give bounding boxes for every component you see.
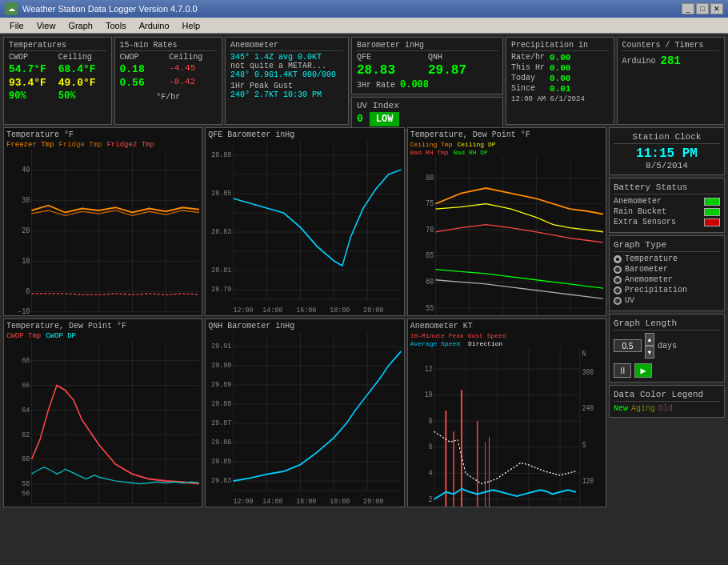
svg-text:28.85: 28.85 <box>212 189 232 198</box>
clock-date: 8/5/2014 <box>614 161 720 170</box>
precipitation-box: Precipitation in Rate/hr 0.00 This Hr 0.… <box>506 37 614 125</box>
right-panel: Station Clock 11:15 PM 8/5/2014 Battery … <box>609 127 725 507</box>
temperature-chart-title: Temperature °F <box>6 130 199 139</box>
svg-text:56: 56 <box>22 489 30 499</box>
graph-length-input[interactable] <box>614 339 642 352</box>
svg-text:10: 10 <box>425 390 432 399</box>
extra-sensors-battery-row: Extra Sensors <box>614 218 720 226</box>
clock-time: 11:15 PM <box>614 146 720 161</box>
menu-graph[interactable]: Graph <box>62 19 99 32</box>
temp-dewpoint-chart-1: Temperature, Dew Point °F Ceiling Tmp Ce… <box>407 127 606 316</box>
svg-text:29.90: 29.90 <box>212 361 232 371</box>
svg-text:28.83: 28.83 <box>212 227 232 237</box>
svg-text:70: 70 <box>426 225 434 234</box>
svg-text:50: 50 <box>426 314 434 316</box>
graph-length-up[interactable]: ▲ <box>645 333 654 346</box>
svg-text:240: 240 <box>582 403 593 413</box>
svg-text:64: 64 <box>22 405 30 415</box>
graph-type-box: Graph Type Temperature Barometer Anemome… <box>609 235 725 311</box>
app-icon: ☁ <box>5 2 18 15</box>
svg-text:29.89: 29.89 <box>212 380 232 390</box>
svg-text:60: 60 <box>22 455 30 464</box>
svg-text:16:00: 16:00 <box>296 496 316 506</box>
menu-help[interactable]: Help <box>176 19 207 32</box>
radio-barometer[interactable] <box>614 266 622 274</box>
anemometer-battery-row: Anemometer <box>614 197 720 206</box>
graph-length-down[interactable]: ▼ <box>645 346 654 359</box>
radio-temperature[interactable] <box>614 255 622 263</box>
svg-text:20:00: 20:00 <box>363 305 383 315</box>
minimize-button[interactable]: _ <box>682 3 694 14</box>
svg-text:12:00: 12:00 <box>234 496 254 506</box>
svg-text:4: 4 <box>429 468 433 478</box>
graph-type-barometer[interactable]: Barometer <box>614 265 720 274</box>
maximize-button[interactable]: □ <box>696 3 709 14</box>
barometer-title: Barometer inHg <box>357 41 498 51</box>
radio-anemometer[interactable] <box>614 276 622 284</box>
temp-dewpoint-chart-2: Temperature, Dew Point °F CWOP Tmp CWOP … <box>3 319 202 507</box>
menu-file[interactable]: File <box>3 19 30 32</box>
svg-text:75: 75 <box>426 198 434 208</box>
window-controls[interactable]: _ □ ✕ <box>682 3 723 14</box>
svg-text:58: 58 <box>22 479 30 489</box>
pause-button[interactable]: ⏸ <box>614 363 631 378</box>
svg-text:28.88: 28.88 <box>212 150 232 160</box>
graph-type-uv[interactable]: UV <box>614 296 720 305</box>
svg-text:N: N <box>582 349 586 359</box>
counters-title: Counters / Timers <box>622 41 720 51</box>
svg-text:8: 8 <box>429 416 433 426</box>
svg-text:68: 68 <box>22 355 30 365</box>
svg-text:12:00: 12:00 <box>234 305 254 315</box>
legend-aging: Aging <box>631 404 655 413</box>
menu-tools[interactable]: Tools <box>99 19 133 32</box>
color-legend-row: New Aging Old <box>614 404 720 413</box>
legend-new: New <box>614 404 628 413</box>
graph-type-radio-group: Temperature Barometer Anemometer Precipi… <box>614 254 720 305</box>
qnh-barometer-chart: QNH Barometer inHg 29.91 <box>205 319 404 507</box>
graph-type-anemometer[interactable]: Anemometer <box>614 275 720 284</box>
svg-text:29.85: 29.85 <box>212 457 232 467</box>
uv-title: UV Index <box>357 101 498 110</box>
charts-grid: Temperature °F Freezer Tmp Fridge Tmp Fr… <box>3 127 606 507</box>
play-button[interactable]: ▶ <box>634 363 652 378</box>
graph-length-controls: ▲ ▼ days <box>614 333 720 359</box>
rain-bucket-battery-indicator <box>704 208 720 216</box>
graph-type-precipitation[interactable]: Precipitation <box>614 286 720 295</box>
svg-text:66: 66 <box>22 380 30 390</box>
battery-status-box: Battery Status Anemometer Rain Bucket Ex… <box>609 178 725 233</box>
svg-text:55: 55 <box>426 303 434 313</box>
precipitation-title: Precipitation in <box>511 41 609 51</box>
qnh-svg: 29.91 29.90 29.89 29.88 29.87 29.86 29.8… <box>208 332 401 507</box>
temperatures-box: Temperatures CWOP Ceiling 54.7°F 68.4°F … <box>3 37 112 125</box>
temp-dewpoint-title-2: Temperature, Dew Point °F <box>6 322 199 331</box>
counters-box: Counters / Timers Arduino 281 <box>617 37 726 125</box>
svg-text:40: 40 <box>22 165 30 174</box>
temp-dewpoint-svg-2: 68 66 64 62 60 58 56 12:00 14:00 16:00 1… <box>6 341 199 507</box>
radio-uv[interactable] <box>614 297 622 305</box>
svg-text:28.79: 28.79 <box>212 285 232 295</box>
svg-text:20:00: 20:00 <box>363 496 383 506</box>
svg-text:20: 20 <box>22 226 30 235</box>
anemometer-title: Anemometer <box>230 41 343 51</box>
svg-text:60: 60 <box>426 277 434 287</box>
svg-text:16:00: 16:00 <box>296 305 316 315</box>
svg-text:18:00: 18:00 <box>330 496 350 506</box>
graph-type-temperature[interactable]: Temperature <box>614 254 720 263</box>
app-title: Weather Station Data Logger Version 4.7.… <box>22 4 198 14</box>
anemometer-battery-indicator <box>704 198 720 206</box>
anemometer-chart: Anemometer KT 10-Minute Peak Gust Speed … <box>407 319 606 507</box>
svg-text:6: 6 <box>429 442 433 451</box>
menu-view[interactable]: View <box>30 19 62 32</box>
svg-text:0: 0 <box>429 505 433 507</box>
close-button[interactable]: ✕ <box>710 3 723 14</box>
svg-text:120: 120 <box>582 476 593 486</box>
svg-text:62: 62 <box>22 430 30 439</box>
barometer-box: Barometer inHg QFE QNH 28.83 29.87 3Hr R… <box>351 37 503 94</box>
title-bar: ☁ Weather Station Data Logger Version 4.… <box>0 0 728 18</box>
svg-text:80: 80 <box>426 173 434 182</box>
uv-index-box: UV Index 0 LOW <box>351 97 503 130</box>
radio-precipitation[interactable] <box>614 287 622 295</box>
menu-arduino[interactable]: Arduino <box>133 19 176 32</box>
anemometer-box: Anemometer 345° 1.4Z avg 0.0KT not quite… <box>225 37 349 125</box>
svg-text:12: 12 <box>425 364 432 374</box>
